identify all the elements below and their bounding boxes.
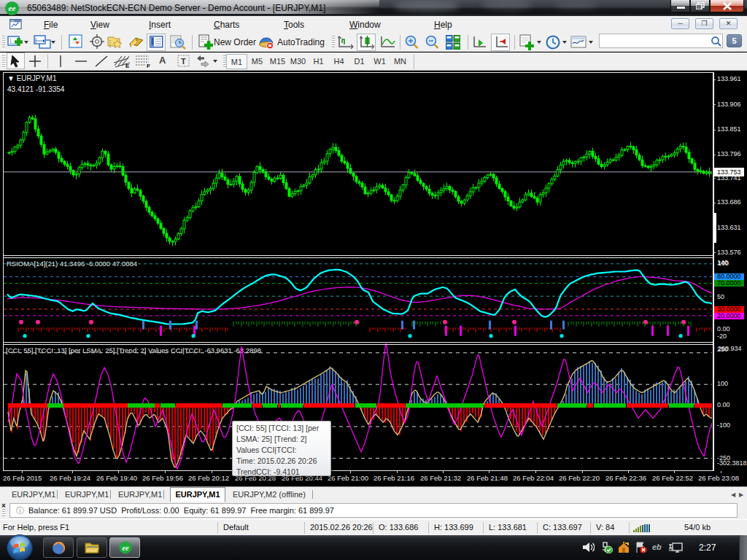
- svg-text:T: T: [181, 57, 186, 66]
- svg-text:eb: eb: [652, 542, 662, 551]
- svg-text:F: F: [147, 63, 150, 69]
- svg-text:ee: ee: [123, 544, 129, 552]
- svg-text:ee: ee: [9, 4, 16, 12]
- svg-text:E: E: [125, 63, 130, 69]
